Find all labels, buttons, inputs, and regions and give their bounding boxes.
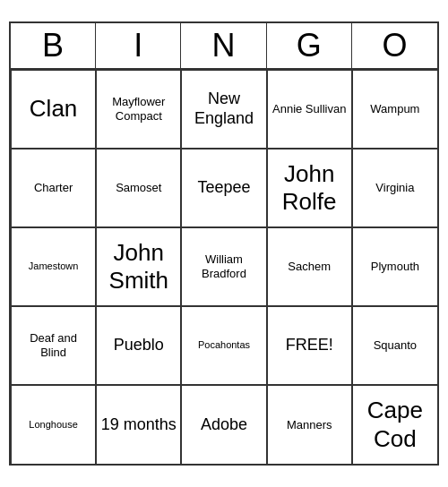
bingo-cell: John Rolfe bbox=[267, 149, 352, 227]
cell-text: Squanto bbox=[374, 338, 417, 353]
cell-text: Annie Sullivan bbox=[272, 102, 346, 116]
bingo-cell: Sachem bbox=[267, 227, 352, 306]
bingo-cell: FREE! bbox=[267, 306, 352, 385]
bingo-cell: William Bradford bbox=[181, 227, 266, 306]
header-letter: I bbox=[96, 23, 181, 68]
bingo-header: BINGO bbox=[11, 23, 437, 70]
bingo-cell: Samoset bbox=[96, 149, 181, 227]
bingo-cell: Pocahontas bbox=[181, 306, 266, 385]
cell-text: Pueblo bbox=[114, 336, 164, 355]
cell-text: Clan bbox=[30, 95, 77, 123]
cell-text: Teepee bbox=[197, 178, 250, 198]
cell-text: Samoset bbox=[116, 181, 161, 195]
bingo-card: BINGO ClanMayflower CompactNew EnglandAn… bbox=[9, 21, 439, 466]
bingo-cell: Longhouse bbox=[11, 385, 96, 464]
cell-text: Manners bbox=[287, 418, 332, 432]
cell-text: Wampum bbox=[370, 102, 419, 116]
cell-text: New England bbox=[185, 90, 262, 128]
bingo-cell: Wampum bbox=[352, 70, 437, 149]
cell-text: 19 months bbox=[101, 415, 177, 435]
cell-text: Cape Cod bbox=[357, 397, 434, 452]
bingo-cell: Annie Sullivan bbox=[267, 70, 352, 149]
cell-text: Adobe bbox=[201, 415, 247, 435]
bingo-cell: Clan bbox=[11, 70, 96, 149]
cell-text: Plymouth bbox=[371, 260, 419, 274]
cell-text: Longhouse bbox=[29, 419, 77, 431]
bingo-cell: Teepee bbox=[181, 149, 266, 227]
bingo-cell: Manners bbox=[267, 385, 352, 464]
bingo-grid: ClanMayflower CompactNew EnglandAnnie Su… bbox=[11, 70, 437, 464]
bingo-cell: Virginia bbox=[352, 149, 437, 227]
cell-text: Jamestown bbox=[29, 261, 79, 272]
header-letter: O bbox=[352, 23, 437, 68]
bingo-cell: Plymouth bbox=[352, 227, 437, 306]
bingo-cell: Adobe bbox=[181, 385, 266, 464]
cell-text: John Rolfe bbox=[271, 160, 348, 216]
bingo-cell: Pueblo bbox=[96, 306, 181, 385]
cell-text: Pocahontas bbox=[198, 339, 250, 351]
header-letter: G bbox=[267, 23, 352, 68]
cell-text: Deaf and Blind bbox=[15, 331, 91, 359]
bingo-cell: Squanto bbox=[352, 306, 437, 385]
cell-text: Virginia bbox=[375, 181, 414, 195]
cell-text: Mayflower Compact bbox=[100, 95, 177, 123]
cell-text: William Bradford bbox=[185, 252, 262, 280]
cell-text: John Smith bbox=[100, 239, 177, 295]
bingo-cell: New England bbox=[181, 70, 266, 149]
cell-text: Sachem bbox=[288, 260, 331, 274]
bingo-cell: John Smith bbox=[96, 227, 181, 306]
bingo-cell: 19 months bbox=[96, 385, 181, 464]
header-letter: B bbox=[11, 23, 96, 68]
bingo-cell: Jamestown bbox=[11, 227, 96, 306]
bingo-cell: Cape Cod bbox=[352, 385, 437, 464]
bingo-cell: Deaf and Blind bbox=[11, 306, 96, 385]
bingo-cell: Charter bbox=[11, 149, 96, 227]
header-letter: N bbox=[181, 23, 266, 68]
bingo-cell: Mayflower Compact bbox=[96, 70, 181, 149]
cell-text: Charter bbox=[34, 181, 73, 195]
cell-text: FREE! bbox=[286, 336, 333, 355]
